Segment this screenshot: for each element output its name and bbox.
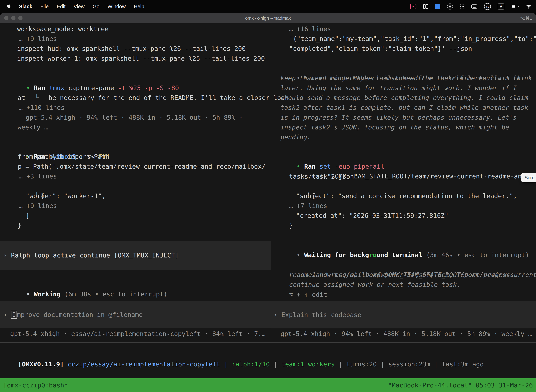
model-status-text: gpt-5.4 xhigh · essay/ai-reimplementatio… [10, 330, 266, 337]
omx-status-line: [OMX#0.11.9]cczip/essay/ai-reimplementat… [3, 350, 484, 359]
prompt-input[interactable]: ›Explain this codebase [271, 301, 536, 328]
thinking-line: pending. [281, 132, 311, 142]
collapsed-text: … +9 lines [19, 202, 57, 209]
zoom-button[interactable] [18, 16, 23, 20]
edit-hint: ⌥ + ↑ edit [289, 290, 327, 300]
window-grid-icon[interactable] [423, 4, 428, 9]
working-label: Working [34, 290, 61, 298]
json-output-line: ] [26, 211, 29, 221]
command-arg-line: tasks/task-2.json" [289, 172, 358, 182]
window-titlebar[interactable]: omx --xhigh --madmax ⌥⌘1 [0, 13, 536, 23]
waiting-label: Waiting for backg [304, 251, 369, 258]
ran-command-line: •Ranset-euo pipefail [274, 152, 384, 162]
collapsed-lines-indicator: … +7 lines [289, 201, 327, 211]
right-terminal-pane[interactable]: … +16 lines '{"team_name":"my-team","tas… [271, 23, 536, 342]
collapsed-text: … +9 lines [19, 35, 57, 42]
menu-item-go[interactable]: Go [93, 4, 100, 9]
command-output-line: └be necessary for the end of the README.… [12, 83, 289, 93]
separator: | [434, 361, 438, 368]
thinking-text: pending. [281, 134, 311, 141]
mailbox-message-line: ↳1 new msg(s): read $OMX_TEAM_STATE_ROOT… [281, 260, 536, 270]
thinking-text: inspect task2's JSON, focusing on the st… [281, 124, 509, 131]
usage-stats-line: gpt-5.4 xhigh · 94% left · 488K in · 5.1… [26, 112, 243, 122]
dots-grid-icon[interactable] [460, 4, 464, 9]
minimize-button[interactable] [11, 16, 15, 20]
collapsed-lines-indicator: … +3 lines [19, 171, 57, 181]
waiting-label-shimmer: ro [369, 251, 377, 258]
inject-banner[interactable]: ›Ralph loop active continue [OMX_TMUX_IN… [0, 241, 271, 270]
collapsed-text: … +3 lines [19, 173, 57, 180]
menu-item-view[interactable]: View [74, 4, 85, 9]
status-divider [0, 342, 536, 343]
battery-percent-value: 61 [486, 5, 489, 8]
turns-counter: turns:20 [346, 361, 377, 368]
waiting-label: und terminal [377, 251, 422, 258]
menu-item-help[interactable]: Help [134, 4, 144, 9]
thinking-text: keep that in mind. Maybe I also need the… [281, 75, 521, 82]
mailbox-text: readme-and-reco/mailbox/worker-1.json, a… [289, 271, 518, 278]
menu-app-name[interactable]: Slack [19, 4, 32, 9]
prompt-placeholder-text: Explain this codebase [281, 311, 361, 318]
command-arg-text: tasks/task-2.json" [289, 173, 358, 180]
edit-hint-text: ⌥ + ↑ edit [289, 291, 327, 298]
keyboard-icon[interactable] [471, 5, 477, 9]
wifi-icon[interactable] [526, 5, 531, 9]
screen-recording-icon[interactable] [410, 4, 416, 9]
command-output-line: at [18, 93, 25, 103]
battery-icon[interactable] [511, 5, 519, 8]
tmux-session-window: [omx-cczip0:bash* [3, 382, 68, 389]
thinking-line: task2 after task1 is complete, but can I… [281, 103, 528, 112]
omx-branch-path: cczip/essay/ai-reimplementation-copyleft [68, 361, 220, 368]
pane-divider[interactable] [271, 23, 271, 342]
code-line: p = Path('.omx/state/team/review-current… [18, 162, 266, 171]
output-corner-icon: └ [35, 94, 39, 101]
menu-item-file[interactable]: File [40, 4, 49, 9]
code-text: from pathlib import Path [18, 153, 109, 160]
menu-item-window[interactable]: Window [108, 4, 126, 9]
ran-command-line: •Ranpython3- <<'PY' [3, 142, 110, 152]
json-text: "subject": "send a concise recommendatio… [296, 192, 517, 200]
menu-item-edit[interactable]: Edit [57, 4, 66, 9]
waiting-status: •Waiting for background terminal(3m 46s … [274, 240, 529, 250]
apple-menu-icon[interactable] [6, 4, 11, 9]
omx-version: [OMX#0.11.9] [18, 361, 64, 368]
config-line: inspect_worker-1: omx sparkshell --tmux-… [17, 54, 265, 63]
prompt-chevron-icon: › [3, 311, 7, 318]
waiting-detail: (3m 46s • esc to interrupt) [426, 251, 529, 258]
prompt-input[interactable]: ›Improve documentation in @filename [0, 301, 271, 328]
ran-command-line: •Rantmuxcapture-pane-t %25 -p -S -80 [3, 73, 179, 83]
input-source-icon[interactable]: A [498, 4, 504, 9]
ralph-counter: ralph:1/10 [232, 361, 270, 368]
config-line: workspace_mode: worktree [17, 24, 109, 34]
close-button[interactable] [4, 16, 9, 20]
clipped-tooltip: Scre [521, 173, 536, 182]
thinking-text: should send a message before completing … [281, 94, 528, 101]
command-arg-text: '{"team_name":"my-team","task_id":"1","f… [289, 35, 536, 42]
tmux-host-clock: "MacBook-Pro-44.local" 05:03 31-Mar-26 [388, 382, 533, 389]
json-output-line: "subject": "send a concise recommendatio… [296, 191, 517, 201]
collapsed-lines-indicator: … +9 lines [19, 34, 57, 44]
battery-percent-badge[interactable]: 61 [484, 3, 491, 10]
terminal-window: omx --xhigh --madmax ⌥⌘1 workspace_mode:… [0, 13, 536, 392]
bullet-icon: • [26, 290, 30, 298]
code-text: p = Path('.omx/state/team/review-current… [18, 163, 266, 170]
left-terminal-pane[interactable]: workspace_mode: worktree … +9 lines insp… [0, 23, 271, 342]
json-output-line: "created_at": "2026-03-31T11:59:27.816Z" [296, 211, 448, 221]
config-text: inspect_worker-1: omx sparkshell --tmux-… [17, 55, 265, 62]
session-time: session:23m [388, 361, 430, 368]
collapsed-text: … +16 lines [289, 25, 331, 33]
blue-app-icon[interactable] [435, 4, 440, 9]
separator: | [274, 361, 278, 368]
json-output-line: } [18, 221, 21, 230]
thinking-line: later. Using the same for transition mig… [281, 83, 517, 93]
command-arg-text: "completed","claim_token":"claim-token"}… [289, 45, 472, 52]
thinking-line: is in progress? It seems likely but perh… [281, 112, 517, 122]
separator: | [224, 361, 228, 368]
working-detail: (6m 38s • esc to interrupt) [64, 290, 167, 298]
text-cursor: I [11, 311, 17, 319]
json-text: } [18, 222, 21, 229]
json-output-line: } [289, 221, 293, 230]
recording-dot-icon [412, 6, 414, 7]
thinking-line: •I need to get the claim token from the … [274, 63, 536, 73]
dark-app-icon[interactable] [447, 4, 453, 9]
